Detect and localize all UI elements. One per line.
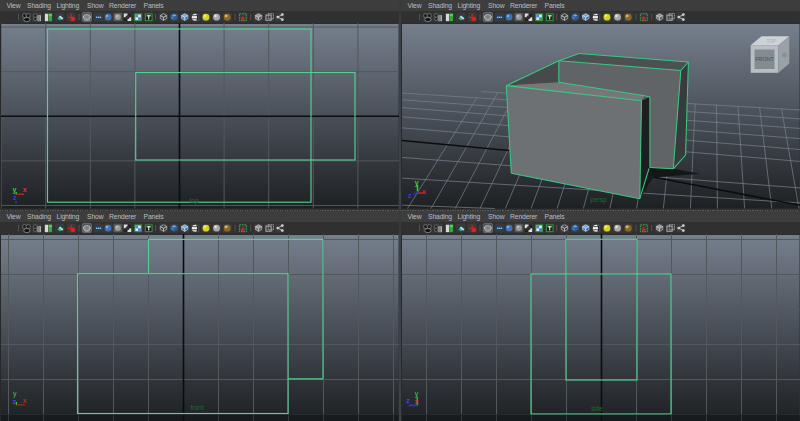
svg-text:x: x: [415, 398, 419, 405]
svg-text:top: top: [189, 197, 198, 205]
svg-text:FRONT: FRONT: [755, 56, 774, 62]
svg-text:y: y: [13, 390, 17, 398]
svg-text:y: y: [415, 179, 419, 187]
svg-text:x: x: [23, 186, 27, 193]
svg-text:z: z: [13, 194, 17, 201]
svg-text:side: side: [591, 405, 603, 412]
svg-text:front: front: [190, 404, 203, 411]
svg-text:x: x: [422, 188, 426, 195]
svg-text:persp: persp: [590, 196, 607, 204]
svg-text:z: z: [406, 397, 410, 404]
svg-text:x: x: [23, 397, 27, 404]
svg-text:TOP: TOP: [766, 39, 775, 44]
svg-text:z: z: [408, 192, 412, 199]
